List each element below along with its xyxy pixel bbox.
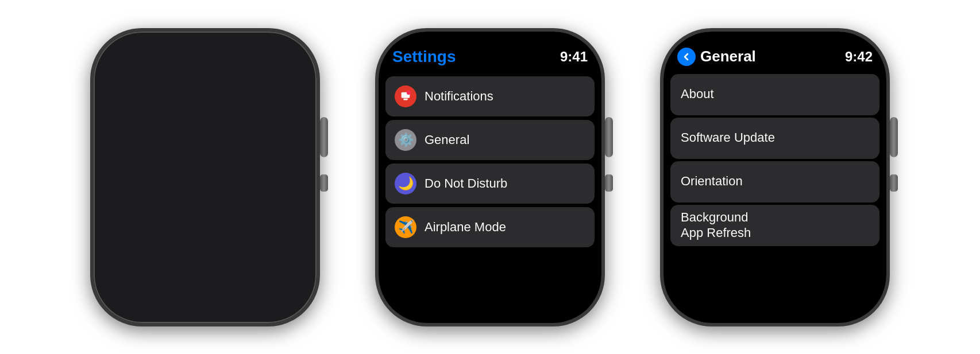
settings-item-general[interactable]: ⚙️ General (385, 120, 595, 160)
background-refresh-label: BackgroundApp Refresh (681, 210, 751, 240)
watch-crown-2 (605, 117, 613, 157)
svg-rect-1 (403, 98, 407, 100)
settings-item-dnd[interactable]: 🌙 Do Not Disturb (385, 164, 595, 204)
watch-crown-3 (890, 117, 898, 157)
watch-button-2 (605, 174, 613, 192)
dnd-icon: 🌙 (395, 173, 416, 194)
airplane-label: Airplane Mode (425, 220, 506, 235)
notifications-label: Notifications (425, 89, 493, 104)
settings-header: Settings 9:41 (379, 32, 601, 74)
watch-screen-2: Settings 9:41 (379, 32, 601, 323)
general-item-about[interactable]: About (670, 74, 879, 115)
general-back-button[interactable]: General (677, 48, 756, 66)
orientation-label: Orientation (681, 174, 743, 189)
watch-body-2: Settings 9:41 (375, 28, 605, 326)
notifications-icon (395, 85, 416, 107)
general-header: General 9:42 (663, 32, 886, 74)
general-item-orientation[interactable]: Orientation (670, 161, 879, 203)
back-circle-icon (677, 48, 696, 66)
general-title: General (700, 48, 756, 65)
watch-general: General 9:42 About Software Update Orien… (643, 17, 907, 338)
settings-item-notifications[interactable]: Notifications (385, 76, 595, 116)
watch-crown (320, 117, 328, 157)
about-label: About (681, 87, 714, 102)
dnd-label: Do Not Disturb (425, 176, 507, 191)
watch-screen-3: General 9:42 About Software Update Orien… (663, 32, 886, 323)
settings-list: Notifications ⚙️ General 🌙 (379, 74, 601, 323)
watch-body-1: 🗺️ ⏰ (90, 28, 320, 326)
general-item-background-refresh[interactable]: BackgroundApp Refresh (670, 205, 879, 246)
watch-body-3: General 9:42 About Software Update Orien… (660, 28, 890, 326)
settings-time: 9:41 (560, 49, 588, 65)
svg-point-2 (407, 90, 411, 94)
airplane-icon: ✈️ (395, 216, 416, 238)
settings-screen: Settings 9:41 (379, 32, 601, 323)
settings-title: Settings (392, 48, 456, 66)
general-label: General (425, 133, 469, 147)
general-time: 9:42 (845, 49, 873, 65)
software-update-label: Software Update (681, 130, 775, 145)
general-screen: General 9:42 About Software Update Orien… (663, 32, 886, 323)
settings-item-airplane[interactable]: ✈️ Airplane Mode (385, 207, 595, 247)
general-item-software-update[interactable]: Software Update (670, 118, 879, 159)
watch-settings: Settings 9:41 (358, 17, 622, 338)
general-icon: ⚙️ (395, 129, 416, 151)
general-list: About Software Update Orientation Backgr… (663, 74, 886, 323)
watch-button-3 (890, 174, 898, 192)
watches-container: 🗺️ ⏰ (0, 0, 980, 354)
watch-button (320, 174, 328, 192)
watch-app-grid: 🗺️ ⏰ (73, 17, 337, 338)
